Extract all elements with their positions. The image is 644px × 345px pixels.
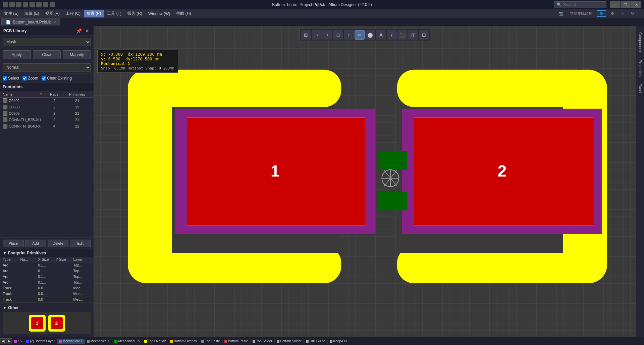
canvas-area[interactable]: 1 2 x: -0.800 dx:1269.200 mm y: 0.500 dy… [94, 26, 636, 337]
primitive-row[interactable]: Track 0.0... Mec... [0, 285, 94, 291]
share-btn[interactable]: 立即在线购买 [568, 10, 594, 17]
select-checkbox-label[interactable]: Select [3, 76, 19, 81]
filter-btn[interactable]: ⊞ [301, 30, 311, 40]
footprint-row[interactable]: CONN-TH_B04B-X... 4 22 [0, 123, 94, 130]
layer-color-dot [144, 340, 147, 343]
search-bar[interactable]: 🔍 [554, 1, 606, 8]
layer-btn-mechanical-15[interactable]: Mechanical 15 [112, 339, 142, 344]
menu-file[interactable]: 文件 (E) [1, 10, 21, 17]
menu-view[interactable]: 视图 (V) [43, 10, 62, 17]
layer-nav-left[interactable]: ◀ [0, 338, 6, 344]
text-btn[interactable]: A [376, 30, 386, 40]
menu-tools[interactable]: 工具 (T) [104, 10, 124, 17]
buy-btn[interactable]: ⚙ [597, 10, 606, 17]
edit-button[interactable]: Edit [70, 240, 91, 247]
layer-btn-top-overlay[interactable]: Top Overlay [142, 339, 168, 344]
magnify-button[interactable]: Magnify [63, 50, 91, 59]
crop-btn[interactable]: ⊡ [419, 30, 429, 40]
panel-tab[interactable]: Panel [637, 81, 644, 96]
fp-icon [3, 111, 7, 116]
pencil-btn[interactable]: ✏ [355, 30, 365, 40]
close-button[interactable]: ✕ [631, 1, 641, 8]
add-button[interactable]: Add [25, 240, 46, 247]
layer-btn-drill-guide[interactable]: Drill Guide [304, 339, 328, 344]
pcblib-tab[interactable]: 📄 Bottom_board.PcbLib ✕ [1, 18, 60, 26]
prim-layer-val: Top... [73, 263, 91, 267]
clear-existing-checkbox-label[interactable]: Clear Existing [42, 76, 72, 81]
measure-btn[interactable]: ↕ [344, 30, 354, 40]
layer-btn-bottom-paste[interactable]: Bottom Paste [222, 339, 251, 344]
star-btn[interactable]: ☆ [619, 11, 626, 16]
layer-btn-ls[interactable]: LS [12, 339, 24, 344]
line-btn[interactable]: / [387, 30, 397, 40]
zoom-checkbox[interactable] [22, 76, 27, 81]
layer-btn-mechanical-1[interactable]: Mechanical 1 [57, 339, 85, 344]
camera-btn[interactable]: 📷 [556, 11, 565, 16]
jump-btn[interactable]: → [312, 30, 322, 40]
prim-layer-val: Mec... [73, 292, 91, 296]
prim-name-val [20, 292, 38, 296]
components-tab[interactable]: Components [637, 30, 644, 56]
primitive-row[interactable]: Arc 0.1... Top... [0, 280, 94, 285]
add-btn[interactable]: + [322, 30, 332, 40]
menu-window[interactable]: Window (W) [146, 10, 173, 17]
properties-tab[interactable]: Properties [637, 57, 644, 79]
primitive-row[interactable]: Arc 0.1... Top... [0, 262, 94, 268]
fp-icon [3, 105, 7, 109]
layer-btn-[2]-bottom-layer[interactable]: [2] Bottom Layer [24, 339, 57, 344]
zoom-checkbox-label[interactable]: Zoom [22, 76, 38, 81]
footprint-row[interactable]: C0402 2 21 [0, 98, 94, 104]
circle-btn[interactable]: ⬤ [365, 30, 375, 40]
layer-btn-mechanical-6[interactable]: Mechanical 6 [85, 339, 113, 344]
tab-close-icon[interactable]: ✕ [53, 20, 56, 24]
normal-select[interactable]: Normal [3, 63, 91, 71]
layer-btn-bottom-overlay[interactable]: Bottom Overlay [168, 339, 199, 344]
search-input[interactable] [563, 2, 603, 7]
prim-ysize-val [56, 275, 73, 279]
primitive-row[interactable]: Track 0.0... Mec... [0, 291, 94, 297]
layer-color-dot [59, 340, 62, 343]
region-btn[interactable]: ⬛ [397, 30, 408, 40]
rect-btn[interactable]: □ [333, 30, 343, 40]
footprint-row[interactable]: CONN-TH_B2B-XH... 2 21 [0, 117, 94, 123]
menu-place[interactable]: 放置 (P) [84, 10, 104, 17]
layer-nav-right[interactable]: ▶ [6, 338, 12, 344]
window-controls[interactable]: — ❐ ✕ [610, 1, 641, 8]
layer-color-dot [277, 340, 279, 343]
layer-btn-keep-ou[interactable]: Keep-Ou [328, 339, 349, 344]
pad-number-1: 1 [271, 162, 280, 180]
layer-btn-top-solder[interactable]: Top Solder [251, 339, 275, 344]
layer-btn-bottom-solder[interactable]: Bottom Solder [275, 339, 304, 344]
panel-pin-btn[interactable]: 📌 [75, 28, 83, 34]
sort-arrow-icon[interactable]: ▼ [40, 92, 45, 96]
select-checkbox[interactable] [3, 76, 7, 81]
prim-name-val [20, 297, 38, 301]
menu-help[interactable]: 帮助 (H) [173, 10, 194, 17]
split-btn[interactable]: ◫ [408, 30, 418, 40]
menu-edit[interactable]: 编辑 (E) [22, 10, 42, 17]
other-header[interactable]: ▼ Other [3, 305, 91, 310]
menu-report[interactable]: 报告 (R) [125, 10, 145, 17]
clear-button[interactable]: Clear [33, 50, 61, 59]
layer-btn-top-paste[interactable]: Top Paste [199, 339, 222, 344]
menu-project[interactable]: 工程 (C) [63, 10, 83, 17]
maximize-button[interactable]: ❐ [621, 1, 631, 8]
place-button[interactable]: Place [3, 240, 24, 247]
profile-btn[interactable] [639, 13, 643, 14]
primitives-header[interactable]: ▼ Footprint Primitives [0, 249, 94, 257]
prim-ysize-header: Y-Size [56, 257, 73, 261]
delete-button[interactable]: Delete [48, 240, 69, 247]
refresh-btn[interactable]: ↻ [629, 11, 636, 16]
footprint-row[interactable]: C0805 2 21 [0, 110, 94, 117]
footprint-row[interactable]: C0603 2 19 [0, 104, 94, 110]
minimize-button[interactable]: — [610, 1, 620, 8]
primitive-row[interactable]: Arc 0.1... Top... [0, 268, 94, 274]
primitive-row[interactable]: Arc 0.1... Top... [0, 274, 94, 280]
primitive-row[interactable]: Track 0.0 Mec... [0, 297, 94, 302]
apply-button[interactable]: Apply [3, 50, 31, 59]
settings-btn[interactable]: ⚙ [609, 11, 616, 16]
fp-icon [3, 117, 7, 122]
clear-existing-checkbox[interactable] [42, 76, 46, 81]
panel-close-btn[interactable]: ✕ [84, 28, 90, 34]
mask-select[interactable]: Mask [3, 38, 91, 46]
